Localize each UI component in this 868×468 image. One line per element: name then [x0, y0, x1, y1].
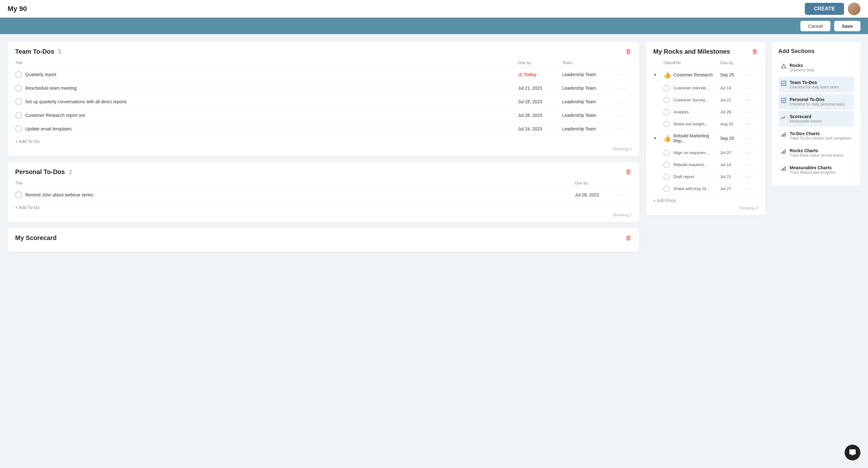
row-menu[interactable]: ···	[619, 85, 632, 92]
row-checkbox[interactable]	[15, 71, 22, 78]
milestone-status	[663, 174, 670, 180]
row-checkbox[interactable]	[15, 85, 22, 92]
rock-due: Sep 25	[720, 72, 745, 77]
nav-right: CREATE	[805, 2, 861, 15]
cancel-button[interactable]: Cancel	[800, 21, 830, 31]
milestone-menu[interactable]: ···	[745, 108, 758, 115]
sidebar-item-scorecard[interactable]: Scorecard Measurable tracker	[778, 111, 854, 127]
col-title: Title	[15, 60, 518, 65]
milestone-due: Jul 27	[720, 186, 745, 191]
row-menu[interactable]: ···	[619, 126, 632, 132]
section-rocks-desc: Quarterly Goal	[790, 68, 814, 72]
svg-rect-3	[781, 135, 782, 137]
due-date-overdue: Today	[524, 72, 536, 77]
team-todos-title: Team To-Dos	[15, 48, 54, 55]
action-bar: Cancel Save	[0, 18, 868, 34]
create-button[interactable]: CREATE	[805, 3, 844, 15]
rock-menu[interactable]: ···	[745, 135, 758, 142]
section-scorecard-label: Scorecard	[790, 114, 822, 119]
rocks-card: My Rocks and Milestones 🗑 Status Title D…	[646, 42, 766, 215]
section-personal-todos-desc: Checklist for daily personal tasks	[790, 102, 845, 106]
personal-todos-count: 2	[69, 169, 72, 175]
svg-rect-10	[783, 168, 784, 171]
row-menu[interactable]: ···	[619, 71, 632, 78]
rocks-charts-icon	[781, 149, 786, 156]
rocks-sub-row: Draft report Jul 21 ···	[653, 171, 758, 183]
row-title-cell: Set up quarterly conversations with all …	[15, 98, 518, 105]
milestone-menu[interactable]: ···	[745, 97, 758, 103]
status-thumbup: 👍	[663, 134, 674, 142]
sidebar-item-team-todos[interactable]: Team To-Dos Checklist for daily team tas…	[778, 77, 854, 93]
milestone-menu[interactable]: ···	[745, 174, 758, 180]
add-sections-title: Add Sections	[778, 48, 854, 55]
personal-todos-card: Personal To-Dos 2 🗑 Title Due by Remind …	[7, 162, 639, 222]
rocks-icon	[781, 63, 786, 70]
rocks-showing: Showing 2	[653, 206, 758, 210]
row-title: Remind John about webinar series	[25, 192, 93, 197]
team-todos-header: Team To-Dos 5 🗑	[15, 48, 632, 55]
scorecard-card: My Scorecard 🗑	[7, 228, 639, 252]
sidebar-item-rocks[interactable]: Rocks Quarterly Goal	[778, 60, 854, 75]
chevron-down-icon[interactable]: ▼	[653, 136, 663, 141]
personal-todos-delete-icon[interactable]: 🗑	[625, 168, 632, 176]
row-checkbox[interactable]	[15, 191, 22, 198]
team-todos-table-header: Title Due by Team	[15, 60, 632, 68]
team-todos-icon	[781, 81, 786, 88]
rocks-delete-icon[interactable]: 🗑	[752, 48, 758, 55]
scorecard-header: My Scorecard 🗑	[15, 234, 632, 242]
milestone-menu[interactable]: ···	[745, 161, 758, 168]
add-todo-link[interactable]: + Add To-Do	[15, 139, 632, 144]
svg-rect-5	[785, 132, 785, 137]
personal-todos-header: Personal To-Dos 2 🗑	[15, 168, 632, 176]
due-cell: Jul 28, 2023	[575, 192, 619, 197]
sidebar-item-todos-charts[interactable]: To-Dos Charts Track To-Do creation and c…	[778, 128, 854, 144]
due-cell-overdue: ⚠ Today	[518, 72, 562, 78]
milestone-status	[663, 85, 670, 91]
chevron-down-icon[interactable]: ▼	[653, 73, 663, 77]
milestone-due: Jul 21	[720, 98, 745, 102]
row-title: Quarterly report	[25, 72, 56, 77]
row-checkbox[interactable]	[15, 98, 22, 105]
rocks-sub-row: Rebuild required ... Jul 14 ···	[653, 159, 758, 171]
row-title-cell: Reschedule team meeting	[15, 85, 518, 92]
milestone-menu[interactable]: ···	[745, 121, 758, 127]
row-title-cell: Update email templates	[15, 125, 518, 132]
row-checkbox[interactable]	[15, 125, 22, 132]
col-due-by: Due by	[518, 60, 562, 65]
team-cell: Leadership Team	[562, 99, 619, 104]
rocks-sub-row: Customer Survey... Jul 21 ···	[653, 94, 758, 106]
table-row: Remind John about webinar series Jul 28,…	[15, 188, 632, 202]
due-cell: Jul 24, 2023	[518, 126, 562, 131]
row-menu[interactable]: ···	[619, 192, 632, 198]
row-menu[interactable]: ···	[619, 112, 632, 119]
rocks-sub-row: Share out Insight... Aug 25 ···	[653, 118, 758, 130]
table-row: Update email templates Jul 24, 2023 Lead…	[15, 122, 632, 136]
personal-todos-showing: Showing 2	[15, 213, 632, 217]
row-checkbox[interactable]	[15, 112, 22, 119]
rock-menu[interactable]: ···	[745, 72, 758, 78]
team-cell: Leadership Team	[562, 86, 619, 91]
chat-bubble[interactable]	[845, 445, 861, 461]
row-menu[interactable]: ···	[619, 98, 632, 105]
sidebar-item-rocks-charts[interactable]: Rocks Charts Track Rock status across te…	[778, 145, 854, 161]
col-rock-title: Title	[674, 60, 720, 65]
milestone-menu[interactable]: ···	[745, 185, 758, 192]
table-row: Reschedule team meeting Jul 21, 2023 Lea…	[15, 82, 632, 95]
milestone-menu[interactable]: ···	[745, 85, 758, 91]
milestone-menu[interactable]: ···	[745, 149, 758, 156]
milestone-title: Share out Insight...	[674, 122, 720, 126]
svg-rect-6	[781, 152, 782, 154]
section-measurables-charts-label: Measurables Charts	[790, 165, 836, 170]
milestone-status	[663, 97, 670, 103]
team-todos-delete-icon[interactable]: 🗑	[625, 48, 632, 55]
scorecard-delete-icon[interactable]: 🗑	[625, 234, 632, 242]
add-personal-todo-link[interactable]: + Add To-Do	[15, 205, 632, 210]
avatar[interactable]	[848, 2, 861, 15]
sidebar-item-measurables-charts[interactable]: Measurables Charts Track Measurable prog…	[778, 162, 854, 178]
save-button[interactable]: Save	[834, 21, 861, 31]
add-rock-link[interactable]: + Add Rock	[653, 198, 758, 203]
row-title-cell: Quarterly report	[15, 71, 518, 78]
rock-due: Sep 25	[720, 136, 745, 141]
sidebar-item-personal-todos[interactable]: Personal To-Dos Checklist for daily pers…	[778, 94, 854, 110]
section-rocks-label: Rocks	[790, 63, 814, 68]
